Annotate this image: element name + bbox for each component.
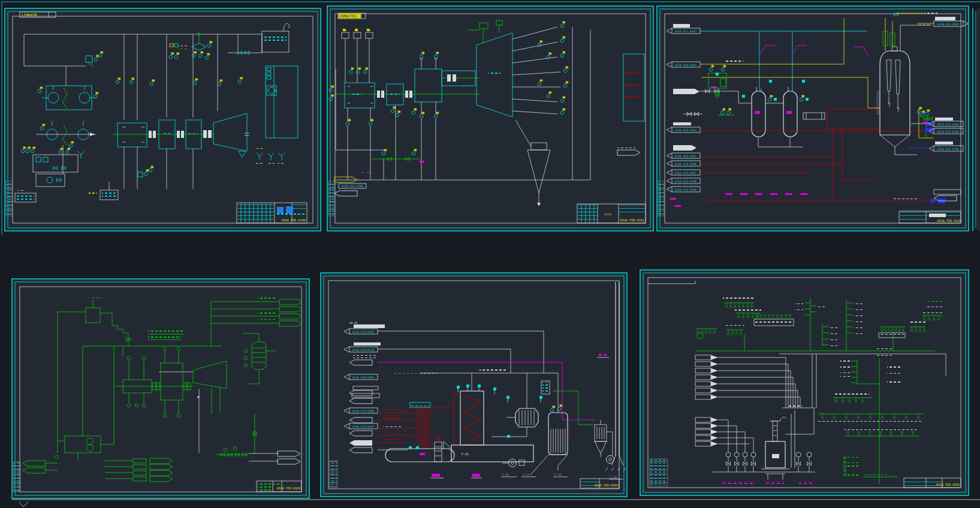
connector-label: AIGA PID-0104 (352, 330, 374, 333)
revision-strip-text (330, 461, 337, 487)
sheet-2-paper (327, 6, 653, 231)
equipment-tag: C-0A (502, 473, 509, 476)
connector-label: AIGA PID-0106 (675, 163, 696, 166)
connector-label: AIGA PID-0103 (937, 23, 959, 26)
connector-label: AIGA PID-0108 (342, 185, 363, 188)
connector-label: AIGA PID-0110 (352, 348, 374, 351)
equipment-tag: E-1A (523, 473, 529, 476)
cad-model-space[interactable]: LIMBATM (0, 0, 980, 508)
magenta-rows (720, 482, 814, 484)
sheet-1-number: AIGA PID-0100 (281, 218, 306, 222)
sheet-6[interactable]: AIGA PID-0105 (640, 270, 969, 495)
sheet-2-number: AIGA PID-0101 (620, 218, 644, 222)
connector-label: AIGA PID-0108 (675, 180, 696, 183)
chevron-marker (19, 502, 28, 507)
equipment-tag: T-10 (610, 476, 617, 479)
connector-label: AIGA PID-0107 (675, 172, 696, 175)
sheet-2-label: COMBITE3 (339, 14, 357, 18)
connector-label: AIGA PID-0105 (352, 376, 374, 379)
connector-label: AIGA PID-0106 (352, 410, 374, 413)
sheet-5[interactable]: AB-01 AIGA PID-0104 AIGA PID-0110 AIGA P… (321, 273, 627, 497)
sheet-6-paper (640, 270, 969, 495)
stream-note: AB-01 (349, 321, 358, 324)
connector-label: AIGA PID-0104 (937, 123, 959, 126)
connector-label: AIGA PID-0109 (675, 188, 696, 191)
sheet-partial-right (973, 8, 980, 231)
equipment-tag: F-01 (462, 452, 469, 456)
sheet-3[interactable]: AIGA PIC-0107 AIGA PID-0104 (657, 6, 969, 231)
sheet-2[interactable]: COMBITE3 (327, 6, 653, 231)
sheet-6-number: AIGA PID-0105 (936, 483, 960, 486)
sheet-1[interactable]: LIMBATM (5, 8, 321, 231)
revision-strip-text (329, 182, 334, 215)
sheet-5-paper (321, 273, 627, 497)
connector-label: AIGA PID-0105 (937, 130, 959, 133)
sheet-5-number: AIGA PID-0104 (595, 483, 618, 487)
connector-label: AIGA PID-0104 (675, 129, 696, 132)
sheet-4[interactable]: AIGA PID-0103 (12, 279, 309, 498)
title-note: ???? (604, 213, 611, 217)
connector-label: AIGA PID-0104 (675, 64, 696, 67)
connector-label: AIGA PIC-0107 (675, 30, 696, 33)
connector-label: AIGA PID-0107 (352, 425, 374, 428)
equipment-tag: E-1B (554, 473, 561, 476)
sheet-1-label: LIMBATM (22, 13, 37, 17)
sheet-4-number: AIGA PID-0103 (277, 486, 300, 490)
sheet-3-paper (657, 6, 969, 231)
solid-arrow-connector (673, 89, 699, 94)
connector-label: AIGA PID-0105 (675, 155, 696, 158)
revision-strip-text (7, 182, 11, 215)
sheet-3-number: AIGA PID-0102 (937, 219, 961, 223)
revision-strip-text (650, 459, 667, 486)
revision-strip-text (14, 462, 20, 491)
revision-strip-text (659, 182, 664, 215)
connector-label: AIGA PID-0106 (937, 148, 959, 151)
